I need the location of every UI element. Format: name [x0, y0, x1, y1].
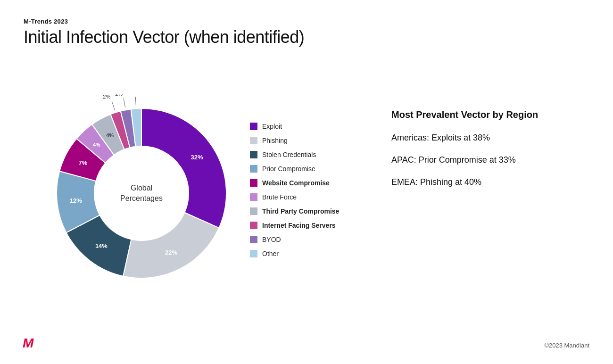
legend-swatch [250, 123, 257, 130]
svg-text:32%: 32% [191, 154, 203, 161]
svg-text:4%: 4% [93, 142, 100, 148]
legend-item: Brute Force [250, 193, 339, 201]
svg-text:14%: 14% [95, 242, 108, 249]
legend-item: BYOD [250, 236, 339, 243]
legend-label: Other [262, 250, 279, 257]
legend-item: Phishing [250, 137, 339, 144]
svg-text:12%: 12% [70, 197, 82, 204]
legend-swatch [250, 207, 257, 215]
legend-swatch [250, 137, 257, 144]
legend-swatch [250, 151, 257, 158]
region-item: EMEA: Phishing at 40% [391, 176, 589, 188]
legend-label: Stolen Credentials [262, 151, 316, 158]
legend-item: Third Party Compromise [250, 207, 339, 215]
legend-label: Internet Facing Servers [262, 222, 336, 229]
legend-item: Prior Compromise [250, 165, 339, 173]
legend-label: Third Party Compromise [262, 207, 339, 215]
legend-swatch [250, 236, 257, 243]
donut-chart: 32%22%14%12%7%4%4%2%2%2% Global Percenta… [42, 94, 240, 292]
legend-label: Exploit [262, 123, 282, 130]
region-item: APAC: Prior Compromise at 33% [391, 154, 589, 166]
svg-text:2%: 2% [115, 94, 123, 97]
svg-text:7%: 7% [79, 159, 88, 166]
legend-label: Brute Force [262, 193, 297, 201]
donut-svg: 32%22%14%12%7%4%4%2%2%2% [42, 94, 240, 292]
brand-label: M-Trends 2023 [24, 18, 68, 25]
svg-text:22%: 22% [165, 249, 177, 256]
svg-line-11 [135, 97, 136, 106]
svg-text:2%: 2% [103, 94, 110, 99]
chart-legend: ExploitPhishingStolen CredentialsPrior C… [250, 123, 339, 257]
legend-item: Website Compromise [250, 179, 339, 187]
svg-text:4%: 4% [106, 132, 114, 138]
legend-swatch [250, 165, 257, 173]
legend-item: Other [250, 250, 339, 257]
footer-copyright: ©2023 Mandiant [544, 342, 589, 349]
svg-line-9 [124, 99, 125, 108]
right-panel-title: Most Prevalent Vector by Region [391, 108, 589, 121]
legend-swatch [250, 250, 257, 257]
svg-line-7 [112, 101, 115, 110]
legend-item: Internet Facing Servers [250, 222, 339, 229]
legend-label: Website Compromise [262, 179, 330, 187]
footer-logo: M [23, 336, 33, 351]
region-item: Americas: Exploits at 38% [391, 132, 589, 144]
legend-swatch [250, 222, 257, 229]
legend-item: Exploit [250, 123, 339, 130]
chart-area: 32%22%14%12%7%4%4%2%2%2% Global Percenta… [24, 61, 259, 325]
legend-label: Phishing [262, 137, 288, 144]
legend-label: BYOD [262, 236, 281, 243]
legend-swatch [250, 179, 257, 187]
legend-item: Stolen Credentials [250, 151, 339, 158]
page-title: Initial Infection Vector (when identifie… [24, 27, 304, 47]
svg-text:2%: 2% [128, 94, 135, 95]
right-panel: Most Prevalent Vector by Region Americas… [391, 108, 589, 199]
legend-swatch [250, 193, 257, 201]
legend-label: Prior Compromise [262, 165, 315, 173]
